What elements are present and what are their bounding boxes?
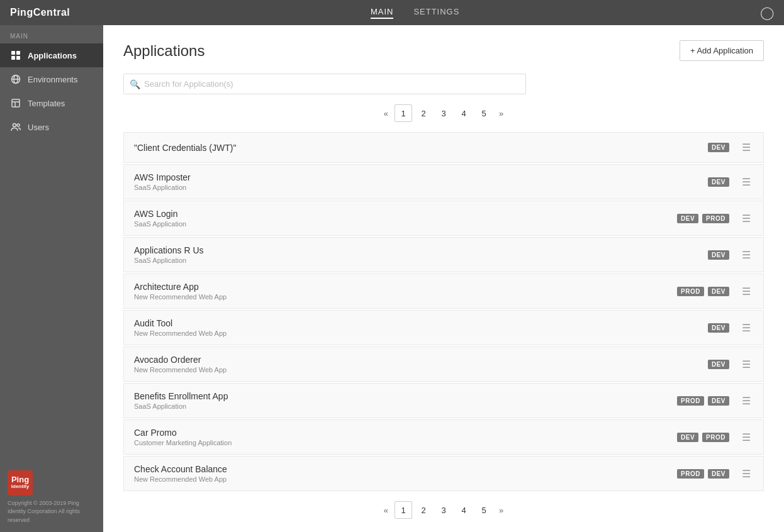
app-name: Benefits Enrollment App bbox=[134, 391, 677, 401]
sidebar-section-label: MAIN bbox=[0, 25, 103, 43]
table-row[interactable]: Applications R UsSaaS ApplicationDEV☰ bbox=[123, 237, 764, 272]
status-badge: DEV bbox=[708, 143, 729, 152]
table-row[interactable]: Check Account BalanceNew Recommended Web… bbox=[123, 456, 764, 491]
app-name: Car Promo bbox=[134, 428, 677, 438]
template-icon bbox=[10, 97, 21, 109]
page-3[interactable]: 3 bbox=[435, 104, 452, 122]
page-2-bottom[interactable]: 2 bbox=[415, 501, 432, 519]
app-name: Check Account Balance bbox=[134, 464, 677, 474]
app-info: Architecture AppNew Recommended Web App bbox=[134, 282, 677, 301]
table-row[interactable]: Car PromoCustomer Marketing ApplicationD… bbox=[123, 419, 764, 455]
status-badge: DEV bbox=[677, 214, 698, 223]
status-badge: DEV bbox=[708, 360, 729, 369]
sidebar: MAIN Applications bbox=[0, 25, 103, 532]
app-info: Audit ToolNew Recommended Web App bbox=[134, 318, 708, 337]
app-name: "Client Credentials (JWT)" bbox=[134, 143, 708, 153]
page-first[interactable]: « bbox=[380, 106, 392, 121]
top-nav-center: MAIN SETTINGS bbox=[371, 7, 460, 19]
status-badge: PROD bbox=[677, 469, 704, 479]
app-type: SaaS Application bbox=[134, 402, 677, 410]
page-4[interactable]: 4 bbox=[455, 104, 473, 122]
app-type: New Recommended Web App bbox=[134, 293, 677, 301]
app-name: AWS Imposter bbox=[134, 172, 708, 182]
search-input[interactable] bbox=[123, 74, 526, 94]
app-badges: PRODDEV☰ bbox=[677, 394, 753, 408]
sidebar-users-label: Users bbox=[28, 123, 49, 132]
copyright-text: Copyright © 2003-2019 Ping Identity Corp… bbox=[8, 499, 96, 525]
app-type: New Recommended Web App bbox=[134, 366, 708, 374]
app-menu-button[interactable]: ☰ bbox=[739, 357, 753, 372]
app-badges: DEV☰ bbox=[708, 248, 753, 262]
page-4-bottom[interactable]: 4 bbox=[455, 501, 473, 519]
app-type: SaaS Application bbox=[134, 257, 708, 264]
svg-rect-1 bbox=[16, 51, 20, 55]
app-menu-button[interactable]: ☰ bbox=[739, 394, 753, 408]
globe-icon bbox=[10, 74, 21, 85]
sidebar-item-environments[interactable]: Environments bbox=[0, 67, 103, 91]
table-row[interactable]: Benefits Enrollment AppSaaS ApplicationP… bbox=[123, 383, 764, 418]
app-menu-button[interactable]: ☰ bbox=[739, 248, 753, 262]
page-first-bottom[interactable]: « bbox=[380, 503, 392, 518]
app-badges: DEVPROD☰ bbox=[677, 430, 753, 445]
add-application-button[interactable]: + Add Application bbox=[680, 40, 764, 61]
page-3-bottom[interactable]: 3 bbox=[435, 501, 452, 519]
page-header: Applications + Add Application bbox=[123, 40, 764, 61]
table-row[interactable]: Audit ToolNew Recommended Web AppDEV☰ bbox=[123, 310, 764, 345]
app-menu-button[interactable]: ☰ bbox=[739, 467, 753, 481]
app-badges: PRODDEV☰ bbox=[677, 467, 753, 481]
ping-logo: Ping Identity bbox=[8, 470, 33, 496]
table-row[interactable]: Avocado OrdererNew Recommended Web AppDE… bbox=[123, 346, 764, 382]
app-info: Applications R UsSaaS Application bbox=[134, 245, 708, 264]
app-name: Applications R Us bbox=[134, 245, 708, 255]
app-menu-button[interactable]: ☰ bbox=[739, 321, 753, 335]
app-badges: DEV☰ bbox=[708, 357, 753, 372]
status-badge: DEV bbox=[708, 250, 729, 260]
table-row[interactable]: AWS ImposterSaaS ApplicationDEV☰ bbox=[123, 164, 764, 199]
app-menu-button[interactable]: ☰ bbox=[739, 140, 753, 155]
user-icon[interactable]: ◯ bbox=[760, 5, 774, 20]
app-logo: PingCentral bbox=[10, 7, 70, 18]
table-row[interactable]: Architecture AppNew Recommended Web AppP… bbox=[123, 274, 764, 309]
page-1-bottom[interactable]: 1 bbox=[395, 501, 412, 519]
svg-rect-2 bbox=[11, 56, 15, 60]
app-type: Customer Marketing Application bbox=[134, 439, 677, 446]
table-row[interactable]: "Client Credentials (JWT)"DEV☰ bbox=[123, 132, 764, 163]
app-name: Audit Tool bbox=[134, 318, 708, 328]
svg-rect-7 bbox=[12, 99, 20, 107]
sidebar-environments-label: Environments bbox=[28, 75, 77, 84]
page-5[interactable]: 5 bbox=[475, 104, 493, 122]
top-nav: PingCentral MAIN SETTINGS ◯ bbox=[0, 0, 784, 25]
sidebar-item-templates[interactable]: Templates bbox=[0, 91, 103, 115]
application-list: "Client Credentials (JWT)"DEV☰AWS Impost… bbox=[123, 132, 764, 491]
page-last[interactable]: » bbox=[495, 106, 507, 121]
app-info: AWS ImposterSaaS Application bbox=[134, 172, 708, 191]
status-badge: DEV bbox=[708, 177, 729, 187]
page-5-bottom[interactable]: 5 bbox=[475, 501, 493, 519]
nav-main[interactable]: MAIN bbox=[371, 7, 394, 19]
app-type: SaaS Application bbox=[134, 184, 708, 191]
nav-settings[interactable]: SETTINGS bbox=[413, 7, 459, 19]
search-icon: 🔍 bbox=[130, 79, 140, 89]
sidebar-item-users[interactable]: Users bbox=[0, 115, 103, 139]
status-badge: DEV bbox=[708, 287, 729, 296]
sidebar-bottom: Ping Identity Copyright © 2003-2019 Ping… bbox=[0, 463, 103, 533]
app-type: New Recommended Web App bbox=[134, 475, 677, 483]
app-badges: DEV☰ bbox=[708, 321, 753, 335]
page-1[interactable]: 1 bbox=[395, 104, 412, 122]
app-menu-button[interactable]: ☰ bbox=[739, 284, 753, 299]
app-name: Avocado Orderer bbox=[134, 355, 708, 365]
status-badge: PROD bbox=[702, 433, 729, 442]
page-last-bottom[interactable]: » bbox=[495, 503, 507, 518]
layout: MAIN Applications bbox=[0, 25, 784, 532]
table-row[interactable]: AWS LoginSaaS ApplicationDEVPROD☰ bbox=[123, 201, 764, 236]
app-info: Avocado OrdererNew Recommended Web App bbox=[134, 355, 708, 374]
status-badge: PROD bbox=[677, 287, 704, 296]
app-menu-button[interactable]: ☰ bbox=[739, 175, 753, 189]
sidebar-item-applications[interactable]: Applications bbox=[0, 43, 103, 67]
sidebar-applications-label: Applications bbox=[28, 51, 77, 60]
app-menu-button[interactable]: ☰ bbox=[739, 211, 753, 226]
app-menu-button[interactable]: ☰ bbox=[739, 430, 753, 445]
page-2[interactable]: 2 bbox=[415, 104, 432, 122]
app-info: Check Account BalanceNew Recommended Web… bbox=[134, 464, 677, 483]
status-badge: DEV bbox=[708, 469, 729, 479]
